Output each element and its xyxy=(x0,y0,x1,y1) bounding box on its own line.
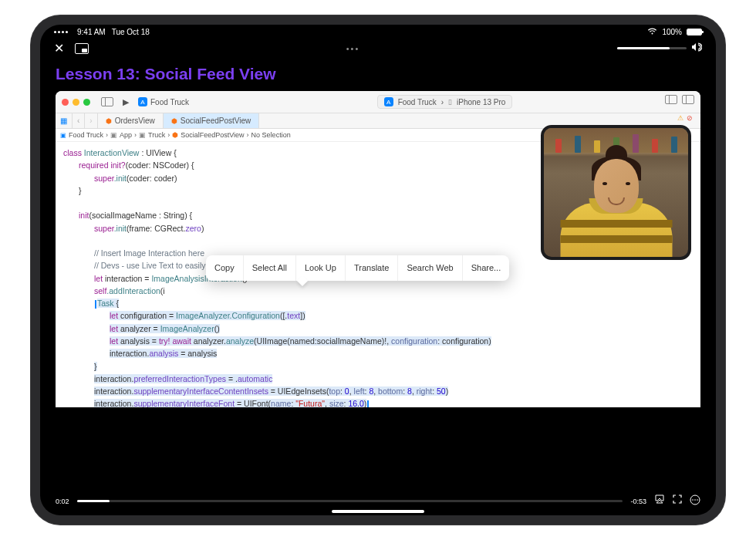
svg-point-3 xyxy=(697,499,698,501)
scheme-name: Food Truck xyxy=(150,98,189,106)
device-selector[interactable]: A Food Truck › ▯ iPhone 13 Pro xyxy=(377,95,513,109)
video-top-controls: ✕ ••• xyxy=(40,38,716,62)
airplay-icon[interactable] xyxy=(654,494,665,508)
menu-select-all[interactable]: Select All xyxy=(244,255,296,281)
status-time: 9:41 AM xyxy=(77,28,106,36)
scheme-label: Food Truck xyxy=(398,98,437,106)
menu-copy[interactable]: Copy xyxy=(206,255,244,281)
swift-file-icon: ⬢ xyxy=(171,117,177,125)
swift-file-icon: ⬢ xyxy=(106,117,112,125)
scrubber[interactable] xyxy=(77,500,623,502)
inspector-toggle-icon[interactable] xyxy=(682,95,694,104)
xcode-titlebar: ▶ A Food Truck A Food Truck › ▯ iPhone 1… xyxy=(56,91,700,113)
run-button[interactable]: ▶ xyxy=(123,97,129,107)
wifi-icon xyxy=(647,28,657,36)
folder-icon: ▣ xyxy=(110,131,117,139)
ipad-screen: 9:41 AM Tue Oct 18 100% ✕ ••• Lesson 13:… xyxy=(40,25,716,515)
phone-icon: ▯ xyxy=(448,98,452,106)
menu-search-web[interactable]: Search Web xyxy=(398,255,462,281)
more-menu-icon[interactable]: ••• xyxy=(346,44,360,53)
speaker-icon[interactable] xyxy=(691,42,702,54)
window-traffic-lights[interactable] xyxy=(62,99,90,106)
text-context-menu: Copy Select All Look Up Translate Search… xyxy=(206,255,509,281)
app-icon: A xyxy=(138,97,147,106)
close-button[interactable]: ✕ xyxy=(54,41,64,56)
svg-point-1 xyxy=(692,499,694,501)
pip-button[interactable] xyxy=(75,43,89,54)
battery-percent: 100% xyxy=(662,28,682,36)
issue-badges[interactable]: ⚠⊘ xyxy=(677,114,693,122)
nav-forward[interactable]: › xyxy=(85,113,97,128)
menu-translate[interactable]: Translate xyxy=(346,255,398,281)
fullscreen-icon[interactable] xyxy=(673,494,682,508)
tab-navigator-icon[interactable]: ▦ xyxy=(56,113,73,128)
battery-icon xyxy=(687,29,702,35)
menu-share[interactable]: Share... xyxy=(463,255,510,281)
status-bar: 9:41 AM Tue Oct 18 100% xyxy=(40,25,716,38)
folder-icon: ▣ xyxy=(139,131,146,139)
presenter-video-pip[interactable] xyxy=(541,125,691,260)
sidebar-toggle-icon[interactable] xyxy=(101,97,113,106)
swift-file-icon: ⬢ xyxy=(172,131,178,139)
volume-slider[interactable] xyxy=(617,47,687,49)
status-date: Tue Oct 18 xyxy=(112,28,150,36)
playback-remaining-time: -0:53 xyxy=(630,498,646,505)
tab-socialfeedpostview[interactable]: ⬢SocialFeedPostView xyxy=(164,113,260,128)
playback-controls: 0:02 -0:53 xyxy=(56,494,700,508)
nav-back[interactable]: ‹ xyxy=(73,113,85,128)
scheme-selector[interactable]: A Food Truck xyxy=(138,97,189,106)
project-icon: ▣ xyxy=(60,132,66,139)
menu-look-up[interactable]: Look Up xyxy=(296,255,346,281)
more-icon[interactable] xyxy=(690,494,700,508)
svg-point-2 xyxy=(694,499,696,501)
library-icon[interactable] xyxy=(665,95,677,104)
ipad-device-frame: 9:41 AM Tue Oct 18 100% ✕ ••• Lesson 13:… xyxy=(31,15,725,525)
lesson-title: Lesson 13: Social Feed View xyxy=(40,62,716,91)
tab-ordersview[interactable]: ⬢OrdersView xyxy=(98,113,164,128)
scheme-app-icon: A xyxy=(384,97,393,106)
device-name: iPhone 13 Pro xyxy=(457,98,505,106)
home-indicator[interactable] xyxy=(332,510,424,513)
playback-current-time: 0:02 xyxy=(56,498,69,505)
